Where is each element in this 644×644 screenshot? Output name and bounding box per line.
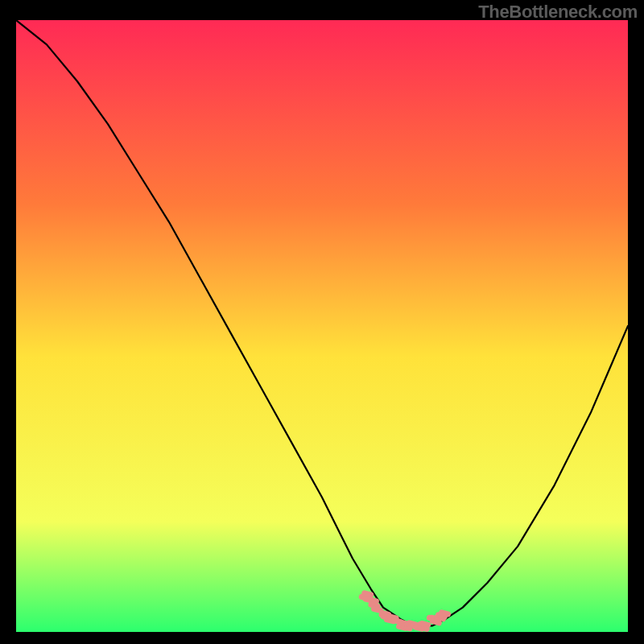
highlight-marker: [371, 605, 378, 606]
highlight-marker: [420, 627, 427, 629]
highlight-marker: [374, 609, 381, 610]
plot-area: [16, 20, 628, 632]
highlight-marker: [365, 593, 371, 595]
highlight-marker: [432, 621, 439, 623]
highlight-marker: [442, 613, 448, 614]
highlight-marker: [365, 599, 372, 601]
bottleneck-chart: TheBottleneck.com: [0, 0, 644, 644]
plot-svg: [16, 20, 628, 632]
highlight-marker: [422, 624, 428, 625]
gradient-background: [16, 20, 628, 632]
highlight-marker: [394, 621, 400, 622]
